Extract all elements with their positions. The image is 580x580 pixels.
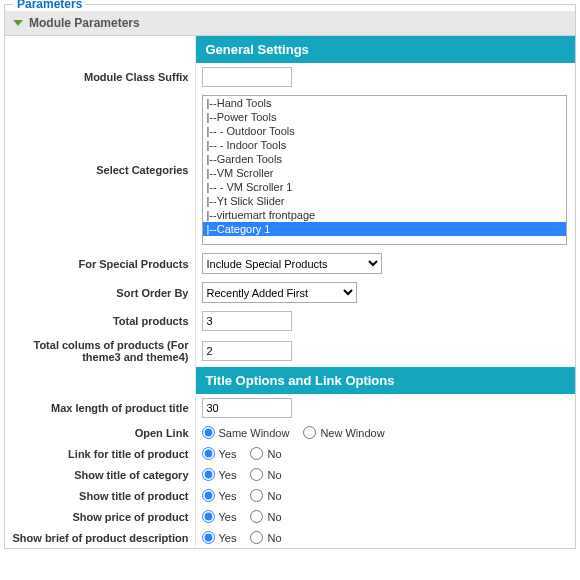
label-show-brief: Show brief of product description bbox=[5, 527, 195, 548]
link-title-no-radio[interactable] bbox=[250, 447, 263, 460]
label-show-prod-title: Show title of product bbox=[5, 485, 195, 506]
show-price-no-radio[interactable] bbox=[250, 510, 263, 523]
show-cat-title-no-label[interactable]: No bbox=[267, 469, 281, 481]
category-option[interactable]: |-- - Outdoor Tools bbox=[203, 124, 566, 138]
link-title-no-label[interactable]: No bbox=[267, 448, 281, 460]
open-link-new-label[interactable]: New Window bbox=[320, 427, 384, 439]
panel-title: Module Parameters bbox=[29, 16, 140, 30]
category-option[interactable]: |--Power Tools bbox=[203, 110, 566, 124]
params-table: General Settings Module Class Suffix Sel… bbox=[5, 36, 575, 548]
show-brief-yes-label[interactable]: Yes bbox=[219, 532, 237, 544]
max-title-input[interactable] bbox=[202, 398, 292, 418]
category-option[interactable]: |--Yt Slick Slider bbox=[203, 194, 566, 208]
open-link-same-label[interactable]: Same Window bbox=[219, 427, 290, 439]
module-class-suffix-input[interactable] bbox=[202, 67, 292, 87]
category-option[interactable]: |--VM Scroller bbox=[203, 166, 566, 180]
category-option[interactable]: |--Hand Tools bbox=[203, 96, 566, 110]
show-prod-title-yes-label[interactable]: Yes bbox=[219, 490, 237, 502]
category-option[interactable]: |-- - Indoor Tools bbox=[203, 138, 566, 152]
show-brief-no-label[interactable]: No bbox=[267, 532, 281, 544]
label-max-title: Max length of product title bbox=[5, 394, 195, 422]
open-link-same-radio[interactable] bbox=[202, 426, 215, 439]
label-total-columns: Total colums of products (For theme3 and… bbox=[5, 335, 195, 367]
parameters-fieldset: Parameters Module Parameters General Set… bbox=[4, 4, 576, 549]
label-module-class-suffix: Module Class Suffix bbox=[5, 63, 195, 91]
category-option[interactable]: |-- - VM Scroller 1 bbox=[203, 180, 566, 194]
sort-order-select[interactable]: Recently Added First bbox=[202, 282, 357, 303]
show-prod-title-yes-radio[interactable] bbox=[202, 489, 215, 502]
total-products-input[interactable] bbox=[202, 311, 292, 331]
label-show-cat-title: Show title of category bbox=[5, 464, 195, 485]
section-title-link: Title Options and Link Options bbox=[196, 367, 576, 394]
total-columns-input[interactable] bbox=[202, 341, 292, 361]
chevron-down-icon bbox=[13, 20, 23, 26]
show-brief-yes-radio[interactable] bbox=[202, 531, 215, 544]
show-price-no-label[interactable]: No bbox=[267, 511, 281, 523]
show-cat-title-yes-label[interactable]: Yes bbox=[219, 469, 237, 481]
link-title-yes-label[interactable]: Yes bbox=[219, 448, 237, 460]
label-select-categories: Select Categories bbox=[5, 91, 195, 249]
label-for-special: For Special Products bbox=[5, 249, 195, 278]
select-categories-listbox[interactable]: |--Hand Tools|--Power Tools|-- - Outdoor… bbox=[202, 95, 567, 245]
category-option[interactable]: |--virtuemart frontpage bbox=[203, 208, 566, 222]
show-prod-title-no-radio[interactable] bbox=[250, 489, 263, 502]
show-price-yes-label[interactable]: Yes bbox=[219, 511, 237, 523]
link-title-yes-radio[interactable] bbox=[202, 447, 215, 460]
section-general: General Settings bbox=[196, 36, 576, 63]
open-link-new-radio[interactable] bbox=[303, 426, 316, 439]
show-price-yes-radio[interactable] bbox=[202, 510, 215, 523]
panel-header[interactable]: Module Parameters bbox=[5, 11, 575, 36]
show-prod-title-no-label[interactable]: No bbox=[267, 490, 281, 502]
show-brief-no-radio[interactable] bbox=[250, 531, 263, 544]
label-total-products: Total products bbox=[5, 307, 195, 335]
label-open-link: Open Link bbox=[5, 422, 195, 443]
category-option[interactable]: |--Garden Tools bbox=[203, 152, 566, 166]
fieldset-legend: Parameters bbox=[13, 0, 86, 11]
for-special-select[interactable]: Include Special Products bbox=[202, 253, 382, 274]
show-cat-title-no-radio[interactable] bbox=[250, 468, 263, 481]
label-link-title: Link for title of product bbox=[5, 443, 195, 464]
show-cat-title-yes-radio[interactable] bbox=[202, 468, 215, 481]
category-option[interactable]: |--Category 1 bbox=[203, 222, 566, 236]
label-show-price: Show price of product bbox=[5, 506, 195, 527]
label-sort-order: Sort Order By bbox=[5, 278, 195, 307]
